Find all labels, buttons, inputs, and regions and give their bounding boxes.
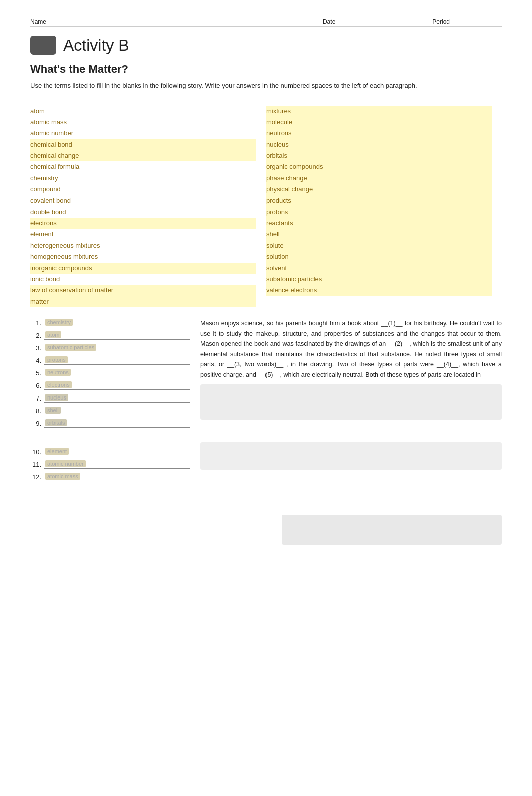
term-atom: atom	[30, 106, 256, 117]
name-label: Name	[30, 18, 46, 25]
blank-num-8: 8.	[30, 407, 41, 415]
blank-row-9: 9. orbitals	[30, 419, 190, 428]
blank-row-6: 6. electrons	[30, 381, 190, 390]
term-subatomic-particles: subatomic particles	[266, 274, 492, 285]
term-matter: matter	[30, 296, 256, 307]
blank-row-4: 4. protons	[30, 356, 190, 365]
term-nucleus: nucleus	[266, 139, 492, 150]
blank-num-7: 7.	[30, 394, 41, 403]
term-heterogeneous-mixtures: heterogeneous mixtures	[30, 240, 256, 251]
term-electrons: electrons	[30, 218, 256, 229]
term-chemical-bond: chemical bond	[30, 139, 256, 150]
term-ionic-bond: ionic bond	[30, 274, 256, 285]
blank-row-1: 1. chemistry	[30, 318, 190, 327]
blank-row-3: 3. subatomic particles	[30, 343, 190, 352]
blank-answer-9[interactable]: orbitals	[44, 419, 190, 428]
activity-icon	[30, 36, 56, 55]
blank-answer-6[interactable]: electrons	[44, 381, 190, 390]
term-mixtures: mixtures	[266, 106, 492, 117]
terms-section: atom atomic mass atomic number chemical …	[30, 106, 502, 307]
term-solution: solution	[266, 251, 492, 262]
period-field: Period	[432, 18, 502, 25]
date-line	[337, 25, 417, 25]
blank-answer-2[interactable]: atom	[44, 331, 190, 340]
bottom-blurred-block	[282, 515, 502, 545]
term-reactants: reactants	[266, 218, 492, 229]
bottom-section	[30, 515, 502, 545]
blank-row-12: 12. atomic mass	[30, 472, 190, 481]
blank-answer-3[interactable]: subatomic particles	[44, 343, 190, 352]
term-organic-compounds: organic compounds	[266, 161, 492, 172]
term-physical-change: physical change	[266, 184, 492, 195]
term-homogeneous-mixtures: homogeneous mixtures	[30, 251, 256, 262]
date-field: Date	[323, 18, 417, 25]
term-chemical-formula: chemical formula	[30, 161, 256, 172]
blank-answer-10[interactable]: element	[44, 447, 190, 456]
term-orbitals: orbitals	[266, 150, 492, 161]
blank-hint-6: electrons	[45, 381, 72, 388]
story-paragraph-1: Mason enjoys science, so his parents bou…	[200, 318, 502, 380]
term-neutrons: neutrons	[266, 128, 492, 139]
name-field: Name	[30, 18, 198, 25]
term-chemistry: chemistry	[30, 173, 256, 184]
term-double-bond: double bond	[30, 207, 256, 218]
blank-num-9: 9.	[30, 420, 41, 428]
blank-hint-8: shell	[45, 407, 61, 414]
activity-title: Activity B	[63, 36, 129, 55]
blank-answer-7[interactable]: nucleus	[44, 393, 190, 403]
term-covalent-bond: covalent bond	[30, 195, 256, 206]
period-label: Period	[432, 18, 450, 25]
blank-answer-5[interactable]: neutrons	[44, 368, 190, 377]
blank-hint-9: orbitals	[45, 419, 67, 426]
header: Name Date Period	[30, 18, 502, 27]
blank-num-10: 10.	[30, 448, 41, 456]
blank-row-5: 5. neutrons	[30, 368, 190, 377]
term-atomic-mass: atomic mass	[30, 117, 256, 128]
term-valence-electrons: valence electrons	[266, 285, 492, 296]
term-products: products	[266, 195, 492, 206]
blank-num-5: 5.	[30, 369, 41, 377]
blank-hint-4: protons	[45, 356, 68, 363]
term-molecule: molecule	[266, 117, 492, 128]
blank-num-3: 3.	[30, 344, 41, 352]
term-shell: shell	[266, 229, 492, 240]
blank-num-4: 4.	[30, 357, 41, 365]
term-phase-change: phase change	[266, 173, 492, 184]
blank-hint-5: neutrons	[45, 369, 71, 376]
instructions: Use the terms listed to fill in the blan…	[30, 81, 461, 91]
term-law-conservation: law of conservation of matter	[30, 285, 256, 296]
blurred-text-block-1	[200, 384, 502, 420]
term-element: element	[30, 229, 256, 240]
blank-answer-11[interactable]: atomic number	[44, 460, 190, 469]
blank-num-11: 11.	[30, 461, 41, 469]
blank-num-1: 1.	[30, 319, 41, 327]
blank-hint-10: element	[45, 448, 69, 455]
blank-num-6: 6.	[30, 382, 41, 390]
lower-story-column	[200, 438, 502, 485]
worksheet-title: What's the Matter?	[30, 63, 502, 76]
term-protons: protons	[266, 207, 492, 218]
blank-num-2: 2.	[30, 332, 41, 340]
blank-answer-8[interactable]: shell	[44, 406, 190, 415]
lower-blanks-column: 10. element 11. atomic number 12. atomic…	[30, 438, 190, 485]
blank-row-7: 7. nucleus	[30, 393, 190, 403]
blank-answer-12[interactable]: atomic mass	[44, 472, 190, 481]
term-solvent: solvent	[266, 263, 492, 274]
blank-num-12: 12.	[30, 473, 41, 481]
blank-hint-3: subatomic particles	[45, 344, 96, 351]
term-compound: compound	[30, 184, 256, 195]
blank-answer-1[interactable]: chemistry	[44, 318, 190, 327]
page: Name Date Period Activity B What's the M…	[0, 0, 532, 796]
name-line	[48, 25, 198, 25]
blank-row-8: 8. shell	[30, 406, 190, 415]
blank-hint-12: atomic mass	[45, 473, 80, 480]
lower-section: 10. element 11. atomic number 12. atomic…	[30, 438, 502, 485]
blank-hint-7: nucleus	[45, 394, 68, 401]
blank-hint-2: atom	[45, 331, 61, 338]
blank-row-11: 11. atomic number	[30, 460, 190, 469]
blurred-text-block-2	[200, 442, 502, 470]
term-solute: solute	[266, 240, 492, 251]
blanks-column: 1. chemistry 2. atom 3. subatomic partic…	[30, 318, 190, 431]
story-column: Mason enjoys science, so his parents bou…	[200, 318, 502, 431]
blank-answer-4[interactable]: protons	[44, 356, 190, 365]
